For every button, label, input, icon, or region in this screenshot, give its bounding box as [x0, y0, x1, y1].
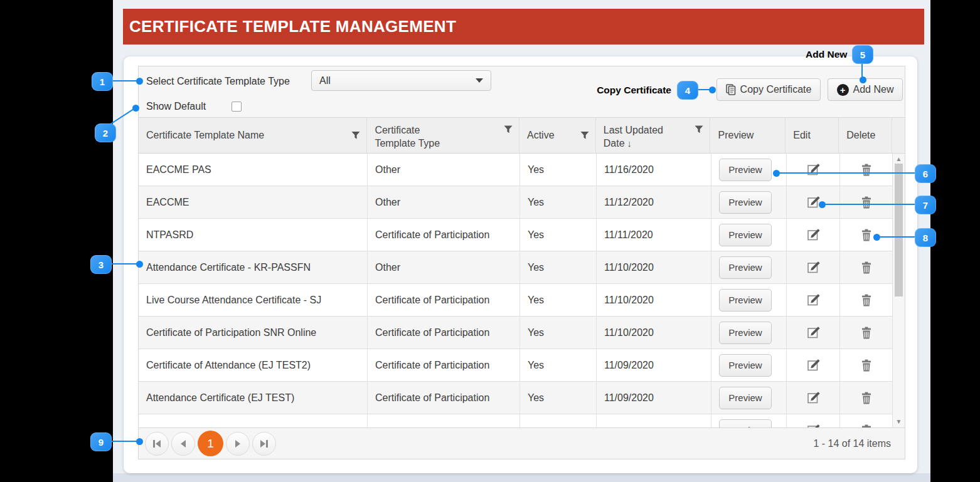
show-default-checkbox[interactable]: [232, 102, 242, 112]
delete-icon[interactable]: [861, 359, 872, 372]
annotation-dot-4: [709, 86, 716, 93]
template-type-text: Certificate of Participation: [375, 229, 489, 241]
filter-icon[interactable]: [580, 132, 589, 140]
active-text: Yes: [528, 327, 544, 338]
delete-icon[interactable]: [861, 196, 872, 209]
edit-icon[interactable]: [806, 423, 821, 427]
column-header-template-type[interactable]: Certificate Template Type: [367, 118, 519, 153]
page-header: CERTIFICATE TEMPLATE MANAGEMENT: [123, 9, 924, 45]
cell-last-updated: 11/16/2020: [597, 154, 711, 186]
edit-icon[interactable]: [806, 260, 821, 275]
grid-body-rows: EACCME PAS Other Yes 11/16/2020 Preview …: [139, 154, 893, 414]
page-bottom-strip: [113, 473, 930, 482]
template-name-text: Live Course Attendance Certificate - SJ: [146, 295, 321, 306]
column-header-delete-label: Delete: [846, 130, 892, 141]
table-row: Attendance Certificate (EJ TEST) Certifi…: [139, 382, 893, 414]
column-header-active[interactable]: Active: [519, 118, 596, 153]
column-header-template-name[interactable]: Certificate Template Name: [139, 118, 367, 153]
preview-button[interactable]: Preview: [719, 256, 772, 279]
filter-icon[interactable]: [504, 125, 513, 134]
cell-last-updated: 11/10/2020: [597, 317, 711, 348]
preview-button[interactable]: Preview: [719, 224, 772, 246]
cell-delete: [840, 317, 893, 348]
scroll-up-icon[interactable]: ▲: [893, 155, 905, 162]
scroll-down-icon[interactable]: ▼: [893, 418, 905, 425]
annotation-badge-1: 1: [92, 72, 113, 91]
last-updated-text: 11/10/2020: [604, 262, 654, 273]
cell-preview: Preview: [711, 251, 787, 283]
cell-active: Yes: [520, 284, 597, 316]
scrollbar-thumb[interactable]: [895, 164, 903, 296]
edit-icon[interactable]: [806, 228, 821, 242]
first-page-button[interactable]: [145, 432, 169, 456]
vertical-scrollbar[interactable]: ▲ ▼: [892, 154, 905, 427]
copy-icon: [726, 84, 736, 95]
cell-template-type: Other: [368, 186, 520, 218]
annotation-line-6: [778, 172, 915, 174]
preview-button[interactable]: Preview: [719, 289, 772, 312]
preview-button[interactable]: Preview: [719, 322, 772, 344]
delete-icon[interactable]: [861, 229, 872, 241]
cell-template-type: Certificate of Participation: [368, 284, 520, 316]
grid-toolbar: Select Certificate Template Type All Sho…: [139, 66, 905, 117]
last-updated-text: 11/10/2020: [604, 295, 654, 306]
page-title: CERTIFICATE TEMPLATE MANAGEMENT: [129, 17, 456, 36]
current-page-button[interactable]: 1: [198, 431, 223, 456]
last-page-button[interactable]: [252, 432, 276, 456]
edit-icon[interactable]: [806, 162, 821, 177]
annotation-line-1: [113, 80, 139, 81]
edit-icon[interactable]: [806, 325, 821, 340]
cell-template-type: Certificate of Participation: [368, 382, 520, 414]
annotation-dot-6: [773, 170, 780, 177]
cell-active: Yes: [520, 219, 597, 251]
preview-button[interactable]: Preview: [719, 159, 772, 181]
annotation-dot-8: [873, 234, 880, 241]
delete-icon[interactable]: [861, 392, 872, 404]
filter-icon[interactable]: [695, 125, 703, 134]
cell-template-name: EACCME: [139, 186, 368, 218]
template-name-text: Certificate of Participation SNR Online: [146, 327, 316, 338]
template-type-text: Certificate of Participation: [375, 360, 489, 371]
edit-icon[interactable]: [806, 195, 821, 209]
delete-icon[interactable]: [861, 327, 872, 339]
annotation-badge-9: 9: [90, 432, 112, 451]
cell-active: Yes: [520, 154, 597, 186]
delete-icon[interactable]: [861, 164, 872, 176]
cell-template-name: Certificate of Attendance (EJ TEST2): [139, 349, 368, 381]
template-type-text: Certificate of Participation: [375, 392, 489, 404]
cell-active: Yes: [520, 317, 597, 348]
next-page-button[interactable]: [226, 432, 250, 456]
active-text: Yes: [528, 229, 544, 241]
cell-delete: [840, 186, 893, 218]
cell-template-name: EACCME PAS: [139, 154, 368, 186]
preview-button[interactable]: Preview: [719, 354, 772, 377]
preview-button[interactable]: Preview: [719, 191, 772, 214]
edit-icon[interactable]: [806, 293, 821, 307]
active-text: Yes: [528, 262, 544, 273]
template-type-text: Certificate of Participation: [375, 295, 489, 306]
grid-pager: 1 1 - 14 of 14 items: [139, 427, 905, 459]
chevron-down-icon: [476, 78, 483, 83]
filter-icon[interactable]: [351, 132, 360, 140]
column-header-last-updated[interactable]: Last Updated Date↓: [596, 118, 711, 153]
delete-icon[interactable]: [861, 424, 872, 428]
edit-icon[interactable]: [806, 358, 821, 372]
template-name-text: Certificate of Attendance (EJ TEST2): [146, 360, 311, 371]
cell-edit: [787, 284, 840, 316]
annotation-dot-2: [132, 105, 139, 112]
edit-icon[interactable]: [806, 390, 821, 405]
column-header-template-name-label: Certificate Template Name: [146, 130, 366, 141]
column-header-preview: Preview: [710, 118, 786, 153]
delete-icon[interactable]: [861, 294, 872, 306]
template-type-dropdown[interactable]: All: [311, 70, 491, 91]
annotation-dot-3: [136, 261, 143, 268]
previous-page-button[interactable]: [171, 432, 195, 456]
preview-button[interactable]: Preview: [719, 387, 772, 409]
copy-certificate-button[interactable]: Copy Certificate: [716, 78, 821, 101]
delete-icon[interactable]: [861, 261, 872, 274]
table-row: Certificate of Attendance (EJ TEST2) Cer…: [139, 349, 893, 382]
grid-header-row: Certificate Template Name Certificate Te…: [139, 117, 905, 154]
cell-last-updated: 11/09/2020: [597, 382, 711, 414]
preview-button[interactable]: Preview: [719, 419, 772, 428]
cell-active: [520, 414, 597, 427]
